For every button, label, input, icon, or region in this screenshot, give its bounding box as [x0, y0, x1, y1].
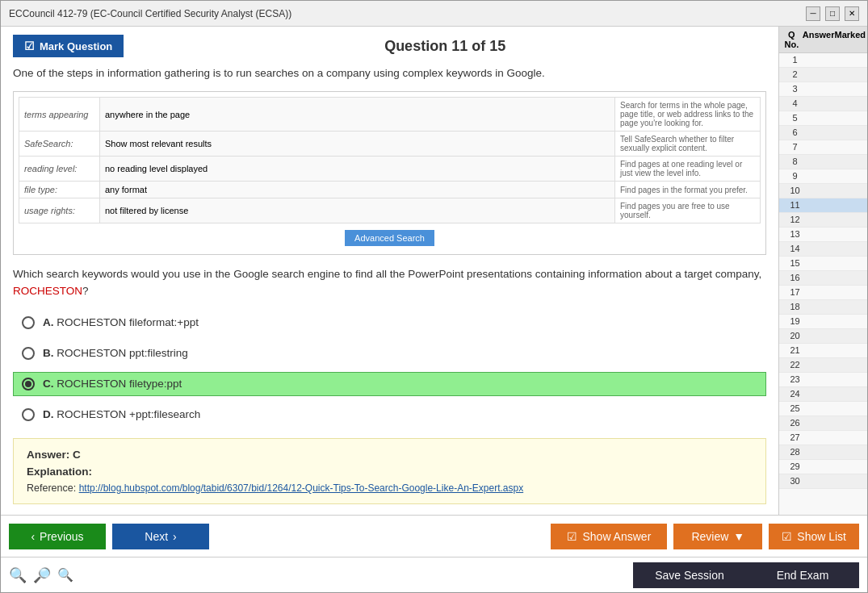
sidebar-row[interactable]: 29: [779, 460, 867, 474]
row-label: usage rights:: [19, 198, 100, 223]
bottom-bar: ‹ Previous Next › ☑ Show Answer Review ▼…: [1, 515, 867, 557]
zoom-normal-button[interactable]: 🔎: [33, 566, 51, 584]
reference-line: Reference: http://blog.hubspot.com/blog/…: [27, 482, 753, 494]
sidebar-row[interactable]: 30: [779, 474, 867, 489]
sidebar-marked: [833, 447, 866, 457]
sidebar-row[interactable]: 9: [779, 169, 867, 184]
previous-button[interactable]: ‹ Previous: [9, 524, 106, 549]
row-desc: Find pages you are free to use yourself.: [615, 198, 761, 223]
sidebar-qno: 4: [781, 98, 809, 109]
sidebar-header-qno: Q No.: [781, 30, 803, 49]
sidebar-answer: [809, 331, 833, 341]
option-text-c: C. ROCHESTON filetype:ppt: [43, 378, 182, 390]
row-label: file type:: [19, 182, 100, 198]
sidebar-row[interactable]: 8: [779, 155, 867, 169]
sidebar-answer: [809, 215, 833, 225]
option-text-a: A. ROCHESTON fileformat:+ppt: [43, 316, 199, 328]
sidebar-row[interactable]: 28: [779, 445, 867, 460]
sidebar-qno: 3: [781, 84, 809, 94]
sidebar-marked: [833, 389, 866, 399]
show-answer-button[interactable]: ☑ Show Answer: [551, 524, 667, 549]
sidebar-row[interactable]: 18: [779, 300, 867, 315]
sidebar-row[interactable]: 20: [779, 329, 867, 344]
sidebar-row[interactable]: 14: [779, 242, 867, 257]
sidebar-row[interactable]: 5: [779, 111, 867, 126]
sidebar-qno: 28: [781, 447, 809, 457]
question-sub-text: Which search keywords would you use in t…: [13, 266, 766, 299]
sidebar-row[interactable]: 21: [779, 344, 867, 358]
sidebar-row[interactable]: 24: [779, 387, 867, 402]
sidebar-row[interactable]: 22: [779, 358, 867, 373]
reference-link[interactable]: http://blog.hubspot.com/blog/tabid/6307/…: [79, 482, 524, 494]
sidebar-row[interactable]: 11: [779, 198, 867, 213]
sidebar-row[interactable]: 16: [779, 271, 867, 286]
option-c[interactable]: C. ROCHESTON filetype:ppt: [13, 372, 766, 396]
sidebar-row[interactable]: 7: [779, 140, 867, 155]
show-answer-label: Show Answer: [582, 530, 651, 543]
next-button[interactable]: Next ›: [112, 524, 209, 549]
save-session-button[interactable]: Save Session: [633, 562, 746, 588]
zoom-in-button[interactable]: 🔍: [9, 566, 27, 584]
sidebar-qno: 8: [781, 157, 809, 167]
sidebar-answer: [809, 374, 833, 385]
close-button[interactable]: ✕: [845, 6, 859, 21]
previous-label: Previous: [40, 530, 83, 543]
sidebar-row[interactable]: 1: [779, 53, 867, 68]
option-b[interactable]: B. ROCHESTON ppt:filestring: [13, 341, 766, 365]
sidebar-answer: [809, 84, 833, 94]
sidebar-qno: 15: [781, 258, 809, 269]
review-arrow-icon: ▼: [733, 530, 744, 543]
sidebar-row[interactable]: 3: [779, 82, 867, 97]
minimize-button[interactable]: ─: [806, 6, 820, 21]
sidebar-row[interactable]: 17: [779, 286, 867, 300]
sidebar-row[interactable]: 19: [779, 315, 867, 329]
sidebar-marked: [833, 418, 866, 428]
sidebar-row[interactable]: 26: [779, 416, 867, 431]
sidebar-marked: [833, 461, 866, 472]
sidebar-marked: [833, 113, 866, 123]
zoom-controls: 🔍 🔎 🔍: [9, 566, 73, 584]
zoom-out-button[interactable]: 🔍: [57, 567, 73, 583]
mark-question-button[interactable]: Mark Question: [13, 35, 124, 57]
sidebar-row[interactable]: 2: [779, 68, 867, 82]
show-list-label: Show List: [797, 530, 846, 543]
sidebar-row[interactable]: 10: [779, 184, 867, 198]
sidebar-row[interactable]: 15: [779, 257, 867, 271]
google-table-row: usage rights: not filtered by license Fi…: [19, 198, 761, 223]
sidebar-answer: [809, 244, 833, 254]
answer-box: Answer: C Explanation: Reference: http:/…: [13, 438, 766, 504]
question-body: One of the steps in information gatherin…: [13, 65, 766, 507]
sidebar-marked: [833, 331, 866, 341]
sidebar-marked: [833, 84, 866, 94]
sidebar-qno: 14: [781, 244, 809, 254]
review-button[interactable]: Review ▼: [673, 524, 762, 549]
sidebar-row[interactable]: 12: [779, 213, 867, 228]
sidebar-row[interactable]: 4: [779, 97, 867, 111]
show-list-checkbox-icon: ☑: [782, 530, 792, 543]
sidebar-row[interactable]: 25: [779, 402, 867, 416]
sidebar-qno: 16: [781, 273, 809, 283]
question-text: One of the steps in information gatherin…: [13, 65, 766, 81]
advanced-search-button[interactable]: Advanced Search: [345, 230, 434, 246]
sidebar-answer: [809, 447, 833, 457]
sidebar-row[interactable]: 6: [779, 126, 867, 140]
sidebar-qno: 25: [781, 403, 809, 414]
sidebar-row[interactable]: 13: [779, 228, 867, 242]
maximize-button[interactable]: □: [825, 6, 840, 21]
sidebar-answer: [809, 55, 833, 65]
show-list-button[interactable]: ☑ Show List: [769, 524, 859, 549]
sidebar-marked: [833, 273, 866, 283]
show-answer-checkbox-icon: ☑: [567, 530, 577, 543]
sidebar-qno: 26: [781, 418, 809, 428]
sidebar-marked: [833, 157, 866, 167]
option-a[interactable]: A. ROCHESTON fileformat:+ppt: [13, 311, 766, 335]
sidebar-row[interactable]: 23: [779, 373, 867, 387]
sidebar-qno: 23: [781, 374, 809, 385]
sidebar-qno: 20: [781, 331, 809, 341]
row-value: not filtered by license: [100, 198, 615, 223]
option-d[interactable]: D. ROCHESTON +ppt:filesearch: [13, 403, 766, 427]
sidebar-qno: 9: [781, 171, 809, 182]
sidebar-marked: [833, 69, 866, 80]
end-exam-button[interactable]: End Exam: [746, 562, 859, 588]
sidebar-row[interactable]: 27: [779, 431, 867, 445]
